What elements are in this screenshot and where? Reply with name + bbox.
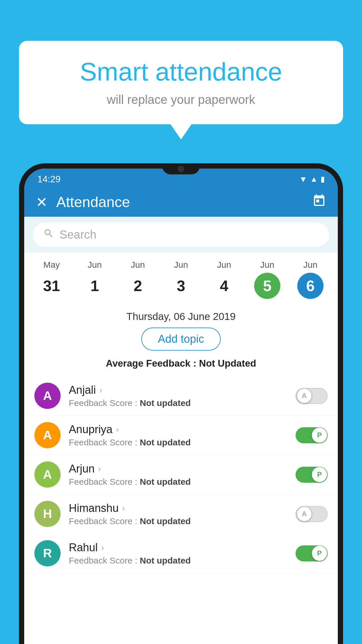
cal-month-label: Jun [88,260,102,270]
toggle-switch[interactable]: A [296,388,328,404]
average-feedback-value: Not Updated [199,358,256,369]
calendar-day[interactable]: Jun5 [254,260,280,299]
feedback-score: Feedback Score : Not updated [69,438,287,447]
attendance-toggle[interactable]: P [296,427,328,443]
status-icons: ▼ ▲ ▮ [299,175,325,184]
cal-num-label: 2 [125,273,151,299]
student-info: Himanshu ›Feedback Score : Not updated [69,502,287,526]
calendar-day[interactable]: Jun4 [211,260,237,299]
phone-frame: 14:29 ▼ ▲ ▮ ✕ Attendance [19,163,343,644]
calendar-day[interactable]: Jun2 [125,260,151,299]
attendance-toggle[interactable]: A [296,388,328,404]
calendar-day[interactable]: Jun6 [297,260,324,299]
feedback-score: Feedback Score : Not updated [69,556,287,566]
average-feedback: Average Feedback : Not Updated [24,358,338,369]
bubble-title: Smart attendance [36,57,326,86]
calendar-strip: May31Jun1Jun2Jun3Jun4Jun5Jun6 [24,253,338,303]
attendance-toggle[interactable]: A [296,506,328,522]
student-item[interactable]: AAnjali ›Feedback Score : Not updatedA [24,376,338,416]
search-placeholder: Search [59,228,96,241]
calendar-day[interactable]: Jun1 [82,260,108,299]
calendar-day[interactable]: Jun3 [168,260,194,299]
chevron-icon: › [99,385,102,395]
chevron-icon: › [116,424,119,434]
calendar-icon[interactable] [312,194,326,211]
search-container: Search [24,217,338,253]
student-info: Anupriya ›Feedback Score : Not updated [69,423,287,447]
toggle-switch[interactable]: A [296,506,328,522]
cal-month-label: Jun [131,260,145,270]
student-name: Himanshu › [69,502,287,514]
student-name: Anjali › [69,384,287,396]
student-list: AAnjali ›Feedback Score : Not updatedAAA… [24,376,338,573]
avatar: R [34,540,61,566]
search-icon [43,228,54,242]
chevron-icon: › [98,464,101,474]
calendar-day[interactable]: May31 [38,260,65,299]
toggle-switch[interactable]: P [296,545,328,561]
avatar: A [34,422,61,448]
student-item[interactable]: AArjun ›Feedback Score : Not updatedP [24,455,338,494]
bubble-subtitle: will replace your paperwork [36,93,326,107]
student-info: Anjali ›Feedback Score : Not updated [69,384,287,408]
phone-notch [162,163,200,174]
attendance-toggle[interactable]: P [296,545,328,561]
cal-month-label: Jun [303,260,317,270]
average-feedback-label: Average Feedback : [106,358,196,369]
cal-num-label: 5 [254,273,280,299]
student-name: Arjun › [69,463,287,475]
toggle-thumb: A [297,506,312,522]
attendance-toggle[interactable]: P [296,467,328,483]
avatar: A [34,461,61,488]
content-area: Thursday, 06 June 2019 Add topic Average… [24,303,338,644]
add-topic-button[interactable]: Add topic [141,328,221,351]
toggle-thumb: P [312,428,327,443]
cal-num-label: 31 [38,273,65,299]
cal-month-label: Jun [174,260,188,270]
avatar: H [34,501,61,527]
wifi-icon: ▼ [299,175,307,184]
feedback-score: Feedback Score : Not updated [69,516,287,526]
phone-screen: 14:29 ▼ ▲ ▮ ✕ Attendance [24,169,338,644]
student-info: Rahul ›Feedback Score : Not updated [69,541,287,566]
phone-outer: 14:29 ▼ ▲ ▮ ✕ Attendance [19,163,343,644]
toggle-thumb: P [312,546,327,561]
cal-month-label: Jun [217,260,231,270]
avatar: A [34,383,61,409]
status-time: 14:29 [37,174,61,185]
signal-icon: ▲ [310,175,318,184]
student-info: Arjun ›Feedback Score : Not updated [69,463,287,487]
toggle-thumb: A [297,388,312,403]
search-bar[interactable]: Search [33,223,329,247]
feedback-score: Feedback Score : Not updated [69,398,287,408]
selected-date: Thursday, 06 June 2019 [24,303,338,328]
speech-bubble: Smart attendance will replace your paper… [19,41,343,124]
battery-icon: ▮ [321,175,325,184]
close-button[interactable]: ✕ [36,194,48,210]
cal-month-label: May [43,260,60,270]
cal-num-label: 6 [297,273,324,299]
student-name: Rahul › [69,541,287,554]
header-title: Attendance [56,194,312,211]
cal-num-label: 1 [82,273,108,299]
student-item[interactable]: RRahul ›Feedback Score : Not updatedP [24,534,338,573]
chevron-icon: › [122,503,125,513]
app-header: ✕ Attendance [24,188,338,217]
toggle-switch[interactable]: P [296,467,328,483]
student-name: Anupriya › [69,423,287,436]
student-item[interactable]: AAnupriya ›Feedback Score : Not updatedP [24,416,338,455]
cal-num-label: 4 [211,273,237,299]
toggle-thumb: P [312,467,327,482]
cal-month-label: Jun [260,260,274,270]
cal-num-label: 3 [168,273,194,299]
chevron-icon: › [101,542,104,552]
speech-bubble-container: Smart attendance will replace your paper… [19,41,343,124]
student-item[interactable]: HHimanshu ›Feedback Score : Not updatedA [24,494,338,534]
feedback-score: Feedback Score : Not updated [69,477,287,487]
toggle-switch[interactable]: P [296,427,328,443]
